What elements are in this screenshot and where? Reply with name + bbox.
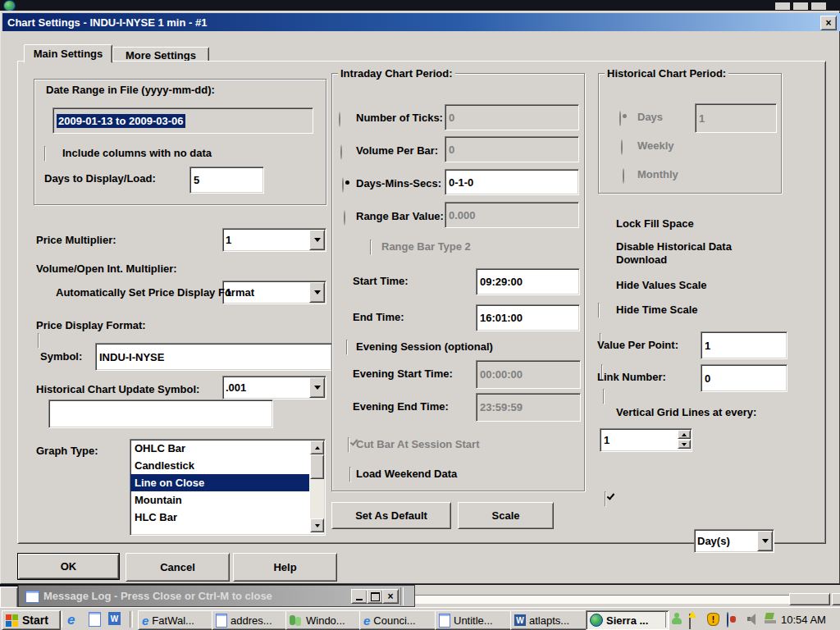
days-mins-secs-field[interactable]: 0-1-0 (445, 169, 579, 195)
document-icon (439, 614, 450, 628)
start-button[interactable]: Start (2, 610, 61, 630)
auto-price-format-checkbox[interactable] (38, 333, 39, 349)
days-count-field[interactable]: 1 (695, 103, 777, 133)
evening-start-field[interactable]: 00:00:00 (476, 360, 581, 389)
lock-fill-space-checkbox[interactable] (598, 303, 600, 318)
cut-bar-checkbox[interactable] (348, 437, 349, 453)
include-columns-checkbox[interactable] (44, 146, 46, 162)
volume-per-bar-field[interactable]: 0 (445, 136, 579, 162)
hide-time-scale-checkbox[interactable] (603, 389, 605, 404)
chevron-down-icon[interactable] (309, 282, 325, 303)
close-button[interactable]: × (820, 16, 837, 30)
taskbar-button-address[interactable]: addres... (212, 610, 290, 630)
range-bar-value-field[interactable]: 0.000 (445, 202, 579, 228)
tray-antivirus-icon[interactable] (727, 612, 728, 628)
volume-per-bar-radio[interactable] (340, 144, 342, 160)
range-bar-value-label: Range Bar Value: (356, 210, 444, 222)
scroll-down-icon[interactable] (310, 518, 324, 532)
number-of-ticks-field[interactable]: 0 (445, 104, 579, 130)
taskbar-button-sierra-active[interactable]: Sierra ... (586, 610, 669, 630)
evening-end-field[interactable]: 23:59:59 (476, 393, 581, 422)
maximize-icon[interactable] (367, 589, 383, 604)
tab-main-settings-label: Main Settings (34, 48, 103, 60)
date-range-field[interactable]: 2009-01-13 to 2009-03-06 (52, 107, 313, 134)
close-icon[interactable]: × (382, 589, 399, 604)
range-bar-type2-checkbox[interactable] (370, 240, 372, 255)
evening-end-label: Evening End Time: (353, 400, 449, 413)
list-item[interactable]: HLC Bar (130, 509, 325, 526)
tray-printer-warning-icon[interactable] (689, 614, 691, 629)
taskbar-button-atlapts[interactable]: atlapts... (510, 610, 589, 630)
quick-launch-app-icon[interactable] (108, 612, 121, 625)
value-per-point-field[interactable]: 1 (701, 331, 788, 359)
message-log-icon (25, 591, 39, 603)
volume-per-bar-label: Volume Per Bar: (356, 144, 438, 157)
start-time-value: 09:29:00 (480, 276, 523, 288)
list-item-selected[interactable]: Line on Close (130, 474, 309, 491)
link-number-value: 0 (705, 372, 710, 385)
horizontal-scrollbar[interactable] (415, 595, 829, 604)
taskbar-button-windows-messenger[interactable]: Windo... (285, 610, 364, 630)
days-radio-label: Days (637, 111, 663, 123)
graph-type-listbox[interactable]: OHLC Bar Candlestick Line on Close Mount… (130, 439, 326, 536)
help-button[interactable]: Help (233, 553, 337, 582)
minimize-icon[interactable] (351, 589, 368, 604)
days-radio[interactable] (619, 111, 621, 126)
evening-session-checkbox[interactable] (346, 340, 348, 355)
days-to-display-label: Days to Display/Load: (44, 172, 156, 185)
chevron-down-icon[interactable] (309, 230, 325, 250)
list-item[interactable]: Mountain (130, 491, 325, 509)
number-of-ticks-value: 0 (449, 112, 454, 124)
vertical-grid-unit-select[interactable]: Day(s) (694, 529, 774, 553)
background-window-button[interactable] (811, 2, 826, 10)
quick-launch-document-icon[interactable] (89, 612, 101, 627)
start-time-field[interactable]: 09:29:00 (476, 268, 580, 295)
scroll-up-icon[interactable] (310, 441, 324, 454)
price-multiplier-select[interactable]: 1 (222, 228, 326, 252)
weekly-radio[interactable] (621, 139, 623, 155)
range-bar-value-radio[interactable] (344, 210, 345, 226)
listbox-scrollbar[interactable] (310, 441, 324, 532)
include-columns-label: Include columns with no data (62, 147, 212, 159)
set-as-default-button[interactable]: Set As Default (331, 502, 451, 529)
scrollbar-thumb[interactable] (789, 593, 830, 605)
taskbar-button-fatwal[interactable]: FatWal... (138, 610, 217, 630)
background-window-button[interactable] (793, 2, 808, 10)
ok-button[interactable]: OK (17, 553, 120, 580)
date-range-value: 2009-01-13 to 2009-03-06 (57, 114, 185, 128)
price-multiplier-label: Price Multiplier: (36, 234, 116, 246)
spin-down-icon[interactable] (678, 440, 691, 449)
days-to-display-field[interactable]: 5 (189, 167, 264, 194)
hist-update-symbol-label: Historical Chart Update Symbol: (36, 383, 199, 395)
number-of-ticks-radio[interactable] (339, 112, 340, 127)
chevron-down-icon[interactable] (757, 531, 773, 551)
taskbar-button-untitled[interactable]: Untitle... (435, 610, 514, 630)
days-mins-secs-radio[interactable] (342, 177, 344, 193)
background-window-button[interactable] (775, 2, 790, 10)
quick-launch-ie-icon[interactable] (67, 613, 75, 628)
symbol-field[interactable]: INDU-I-NYSE (95, 343, 332, 371)
list-item[interactable]: OHLC Bar (130, 440, 325, 457)
hist-update-symbol-field[interactable] (48, 399, 273, 428)
taskbar-button-council[interactable]: Counci... (359, 610, 438, 630)
dialog-titlebar[interactable]: Chart Settings - INDU-I-NYSE 1 min - #1 (2, 13, 840, 31)
cancel-label: Cancel (160, 561, 195, 573)
vertical-grid-checkbox[interactable] (605, 491, 606, 507)
tray-security-shield-icon[interactable] (707, 613, 719, 626)
load-weekend-checkbox[interactable] (349, 467, 351, 482)
scale-button[interactable]: Scale (458, 502, 554, 529)
tab-more-settings-label: More Settings (126, 49, 196, 62)
monthly-radio[interactable] (623, 168, 624, 184)
spin-up-icon[interactable] (678, 430, 691, 439)
end-time-field[interactable]: 16:01:00 (476, 304, 580, 331)
vertical-grid-spinner[interactable]: 1 (600, 428, 692, 452)
link-number-field[interactable]: 0 (701, 364, 788, 392)
evening-start-label: Evening Start Time: (353, 368, 453, 380)
list-item[interactable]: Candlestick (130, 457, 325, 474)
cancel-button[interactable]: Cancel (126, 553, 230, 582)
message-log-titlebar[interactable]: Message Log - Press Close or Ctrl-M to c… (18, 585, 415, 607)
price-display-format-select[interactable]: .001 (222, 376, 326, 399)
tab-main-settings[interactable]: Main Settings (24, 44, 112, 63)
scrollbar-thumb[interactable] (310, 454, 324, 479)
chevron-down-icon[interactable] (309, 377, 325, 398)
